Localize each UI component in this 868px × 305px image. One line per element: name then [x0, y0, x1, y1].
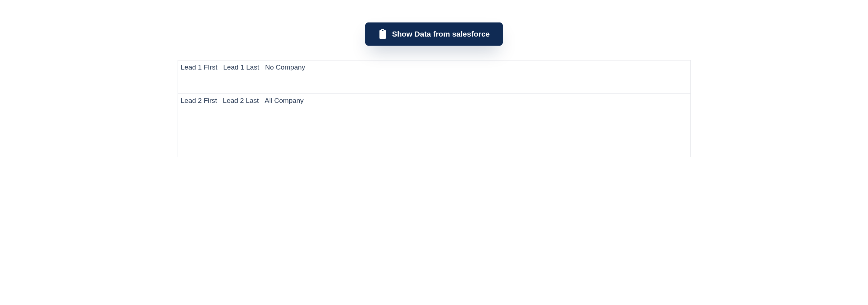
lead-first-name: Lead 2 First — [179, 96, 221, 157]
show-data-button-label: Show Data from salesforce — [392, 30, 490, 38]
lead-last-name: Lead 2 Last — [221, 96, 263, 157]
page-wrap: Show Data from salesforce Lead 1 FIrst L… — [0, 0, 868, 157]
leads-table: Lead 1 FIrst Lead 1 Last No Company Lead… — [178, 60, 691, 157]
lead-last-name: Lead 1 Last — [222, 63, 263, 93]
clipboard-chart-icon — [378, 29, 387, 39]
table-row: Lead 1 FIrst Lead 1 Last No Company — [178, 60, 690, 94]
lead-company: No Company — [263, 63, 314, 93]
table-row: Lead 2 First Lead 2 Last All Company — [178, 94, 690, 157]
show-data-button[interactable]: Show Data from salesforce — [365, 22, 503, 46]
lead-first-name: Lead 1 FIrst — [179, 63, 222, 93]
lead-company: All Company — [263, 96, 314, 157]
